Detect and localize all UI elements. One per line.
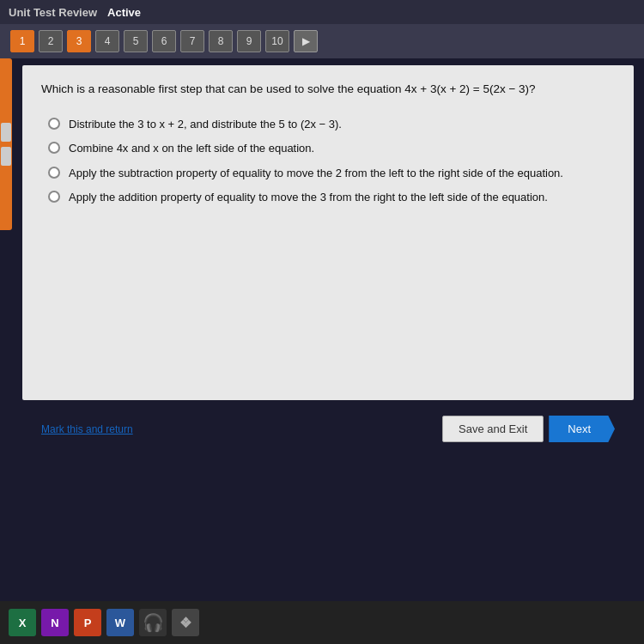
answer-option-2: Combine 4x and x on the left side of the… <box>48 141 615 156</box>
q-btn-2[interactable]: 2 <box>39 30 63 52</box>
mark-return-link[interactable]: Mark this and return <box>41 423 133 435</box>
left-panel-btn-1[interactable] <box>1 123 11 142</box>
q-btn-3[interactable]: 3 <box>67 30 91 52</box>
q-btn-10[interactable]: 10 <box>265 30 289 52</box>
left-panel-btn-2[interactable] <box>1 147 11 166</box>
radio-3[interactable] <box>48 167 60 179</box>
q-btn-7[interactable]: 7 <box>180 30 204 52</box>
answer-label-1: Distribute the 3 to x + 2, and distribut… <box>69 117 342 132</box>
q-btn-6[interactable]: 6 <box>152 30 176 52</box>
radio-4[interactable] <box>48 191 60 203</box>
button-group: Save and Exit Next <box>442 416 615 442</box>
taskbar-excel-icon[interactable]: X <box>9 609 36 636</box>
top-bar-status: Active <box>107 6 141 19</box>
left-panel <box>0 58 12 230</box>
answer-option-3: Apply the subtraction property of equali… <box>48 166 615 181</box>
taskbar-headphone-icon[interactable]: 🎧 <box>139 609 167 636</box>
radio-2[interactable] <box>48 142 60 154</box>
q-btn-next-arrow[interactable]: ▶ <box>294 30 318 52</box>
next-button[interactable]: Next <box>549 416 615 442</box>
taskbar-onenote-icon[interactable]: N <box>41 609 69 636</box>
answer-label-3: Apply the subtraction property of equali… <box>69 166 563 181</box>
save-exit-button[interactable]: Save and Exit <box>442 416 544 442</box>
q-btn-1[interactable]: 1 <box>10 30 34 52</box>
taskbar-powerpoint-icon[interactable]: P <box>74 609 101 636</box>
answer-label-2: Combine 4x and x on the left side of the… <box>69 141 314 156</box>
taskbar: X N P W 🎧 ❖ <box>0 601 644 644</box>
taskbar-word-icon[interactable]: W <box>106 609 134 636</box>
top-bar: Unit Test Review Active <box>0 0 644 24</box>
top-bar-title: Unit Test Review <box>9 6 97 19</box>
q-btn-8[interactable]: 8 <box>209 30 233 52</box>
bottom-controls: Mark this and return Save and Exit Next <box>22 407 634 451</box>
question-panel: Which is a reasonable first step that ca… <box>22 65 634 400</box>
q-btn-5[interactable]: 5 <box>124 30 148 52</box>
q-btn-9[interactable]: 9 <box>237 30 261 52</box>
answer-option-4: Apply the addition property of equality … <box>48 190 615 205</box>
radio-1[interactable] <box>48 118 60 130</box>
question-text: Which is a reasonable first step that ca… <box>41 81 615 98</box>
q-btn-4[interactable]: 4 <box>95 30 119 52</box>
question-nav: 1 2 3 4 5 6 7 8 9 10 ▶ <box>0 24 644 58</box>
taskbar-other-icon[interactable]: ❖ <box>172 609 199 636</box>
answer-label-4: Apply the addition property of equality … <box>69 190 548 205</box>
answer-option-1: Distribute the 3 to x + 2, and distribut… <box>48 117 615 132</box>
answer-options: Distribute the 3 to x + 2, and distribut… <box>48 117 615 205</box>
